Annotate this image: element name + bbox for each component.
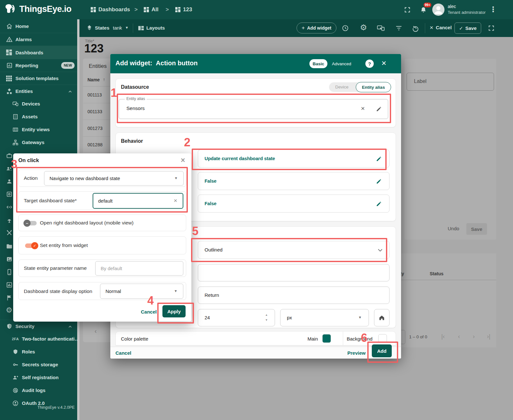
people-icon[interactable] [6, 165, 13, 172]
sort-arrow-icon[interactable]: ↑ [103, 77, 105, 82]
image-flag-icon[interactable] [6, 256, 13, 263]
folder-icon[interactable] [6, 243, 13, 250]
entity-param-input[interactable]: By default [95, 261, 183, 276]
sidebar-item-self-registration[interactable]: Self registration [0, 371, 77, 384]
sidebar-item-entity-views[interactable]: Entity views [0, 123, 77, 136]
display-option-select[interactable]: Normal ▾ [100, 284, 183, 299]
preview-button[interactable]: Preview [347, 350, 366, 356]
dialog-cancel-button[interactable]: Cancel [141, 309, 157, 315]
button-label-empty-field[interactable] [198, 264, 389, 281]
states-caret-icon[interactable]: ▾ [126, 25, 128, 30]
sidebar-item-secrets-storage[interactable]: Secrets storage [0, 358, 77, 371]
avatar[interactable] [432, 4, 444, 16]
add-widget-button[interactable]: + Add widget [297, 23, 336, 33]
sidebar-item-assets[interactable]: Assets [0, 110, 77, 123]
states-value[interactable]: tank [113, 25, 122, 31]
fullscreen-icon[interactable] [488, 25, 495, 32]
sidebar-item-security[interactable]: Security [0, 320, 77, 333]
mobile-layout-toggle[interactable]: − [25, 221, 37, 225]
add-button[interactable]: Add [372, 344, 392, 357]
breadcrumb-current[interactable]: 123 [183, 6, 192, 13]
dashboard-title-value[interactable]: 123 [84, 42, 104, 55]
table-row[interactable]: 001273 [87, 126, 103, 131]
sidebar-item-entities[interactable]: Entities [0, 85, 77, 97]
device-option[interactable]: Device [329, 82, 355, 92]
sidebar-item-roles[interactable]: Roles [0, 345, 77, 358]
pagination-prev-icon[interactable]: ‹ [458, 333, 460, 340]
pennant-flag-icon[interactable] [6, 294, 13, 301]
action-select[interactable]: Navigate to new dashboard state ▾ [44, 171, 184, 186]
stepper-up-icon[interactable]: ▲ [265, 313, 268, 316]
settings-gear-icon[interactable]: ⚙ [360, 23, 367, 32]
device-profile-box-icon[interactable] [6, 191, 13, 198]
logo-text[interactable]: ThingsEye.io [19, 4, 71, 14]
sidebar-item-alarms[interactable]: Alarms [0, 33, 77, 46]
clear-icon[interactable]: × [174, 197, 177, 204]
mobile-phone-icon[interactable] [6, 269, 13, 276]
advanced-tab[interactable]: Advanced [330, 59, 353, 68]
edit-pencil-icon[interactable] [376, 178, 382, 185]
edit-pencil-icon[interactable] [376, 201, 382, 207]
set-entity-toggle[interactable]: ✓ [25, 243, 37, 248]
logo-icon[interactable] [4, 3, 17, 16]
background-color-swatch[interactable] [378, 334, 387, 343]
sidebar-item-reporting[interactable]: Reporting NEW [0, 59, 77, 72]
filters-icon[interactable] [395, 25, 402, 31]
tools-icon[interactable] [6, 229, 13, 236]
label-field[interactable]: Label [407, 73, 494, 91]
bar-chart-icon[interactable] [6, 281, 13, 288]
entity-alias-field[interactable]: Entity alias Sensors × [119, 99, 388, 119]
table-row[interactable]: 001113 [87, 92, 102, 97]
save-button[interactable]: ✓ Save [454, 23, 481, 34]
code-brackets-icon[interactable] [6, 204, 13, 211]
states-label[interactable]: States [95, 25, 109, 31]
sidebar-item-dashboards[interactable]: Dashboards [0, 46, 77, 59]
clear-icon[interactable]: × [361, 105, 365, 112]
chevron-up-icon[interactable] [68, 324, 73, 329]
fullscreen-icon[interactable] [404, 6, 411, 13]
user-name[interactable]: alec [448, 4, 456, 9]
person-icon[interactable] [6, 178, 13, 185]
edit-pencil-icon[interactable] [376, 106, 382, 112]
close-icon[interactable]: × [181, 156, 185, 165]
sidebar-item-gateways[interactable]: Gateways [0, 136, 77, 149]
kebab-menu-icon[interactable]: ⋮ [490, 5, 497, 14]
help-button[interactable]: ? [365, 59, 374, 68]
pagination-next-icon[interactable]: › [473, 333, 475, 340]
entity-alias-option[interactable]: Entity alias [356, 82, 391, 92]
breadcrumb-dashboards[interactable]: Dashboards [98, 6, 130, 13]
home-icon-button[interactable] [374, 309, 389, 326]
gear-icon[interactable]: ⚙ [6, 306, 13, 314]
table-row[interactable]: 001288 [87, 142, 103, 147]
cancel-button[interactable]: × Cancel [430, 24, 452, 31]
target-state-input[interactable]: default × [93, 193, 183, 209]
sidebar-item-devices[interactable]: Devices [0, 97, 77, 110]
entity-aliases-icon[interactable] [377, 25, 385, 32]
undo-button[interactable]: Undo [448, 226, 459, 231]
apply-button[interactable]: Apply [162, 305, 186, 317]
status-column-header[interactable]: Status [430, 271, 444, 276]
layouts-label[interactable]: Layouts [146, 25, 165, 31]
active-row-field[interactable]: False [198, 172, 389, 190]
action-row-field[interactable]: Update current dashboard state [198, 150, 389, 168]
edit-pencil-icon[interactable] [376, 156, 382, 162]
sidebar-item-audit-logs[interactable]: Audit logs [0, 384, 77, 397]
sidebar-item-solution-templates[interactable]: Solution templates [0, 72, 77, 85]
time-window-clock-icon[interactable] [342, 24, 349, 32]
breadcrumb-all[interactable]: All [151, 6, 159, 13]
button-text-field[interactable]: Return [198, 287, 389, 304]
briefcase-icon[interactable] [6, 152, 13, 159]
table-row[interactable]: 001133 [87, 109, 102, 114]
chevron-up-icon[interactable] [68, 89, 73, 94]
pagination-first-icon[interactable]: |‹ [441, 333, 445, 340]
close-icon[interactable]: × [381, 58, 386, 68]
icon-size-unit-select[interactable]: px ▾ [280, 309, 369, 326]
version-history-icon[interactable] [412, 24, 419, 32]
antenna-icon[interactable] [6, 216, 13, 224]
save-button-disabled[interactable]: Save [466, 223, 487, 235]
disabled-row-field[interactable]: False [198, 195, 389, 213]
sidebar-item-two-factor[interactable]: 2FA Two-factor authenticati… [0, 333, 77, 345]
main-color-swatch[interactable] [322, 334, 331, 343]
button-type-select[interactable]: Outlined [198, 241, 389, 259]
pagination-prev-icon[interactable]: ‹ [95, 327, 97, 335]
